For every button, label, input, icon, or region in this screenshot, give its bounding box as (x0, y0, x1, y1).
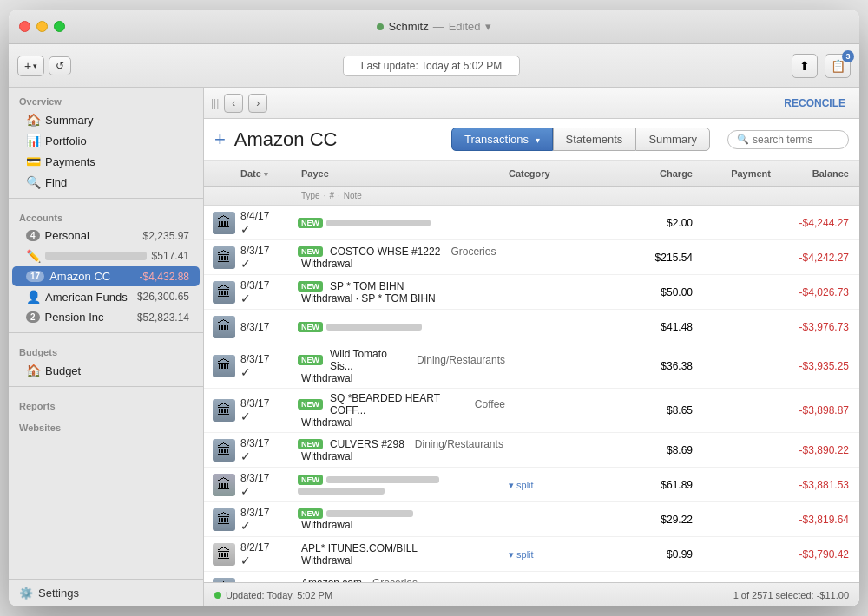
new-badge: NEW (298, 508, 323, 519)
sidebar-item-find[interactable]: 🔍 Find (12, 172, 200, 193)
sidebar-item-personal[interactable]: 4 Personal $2,235.97 (12, 226, 200, 246)
col-payee[interactable]: Payee (298, 168, 505, 179)
payee-cell: Amazon.com Groceries Withdrawal (298, 573, 505, 583)
settings-item[interactable]: ⚙️ Settings (9, 580, 203, 606)
bank-icon (213, 281, 235, 304)
sidebar-item-amazon-cc[interactable]: 17 Amazon CC -$4,432.88 (12, 266, 200, 286)
payee-cell: NEW COSTCO WHSE #1222 Groceries Withdraw… (298, 242, 505, 273)
refresh-icon: ↺ (56, 60, 64, 72)
category-cell[interactable]: split (505, 479, 618, 491)
row-icon (211, 543, 237, 566)
sidebar-item-pension-inc[interactable]: 2 Pension Inc $52,823.14 (12, 307, 200, 327)
info-button[interactable]: 📋 3 (825, 54, 851, 78)
new-badge: NEW (298, 399, 323, 410)
col-balance[interactable]: Balance (774, 168, 852, 179)
chevron-right-icon: › (256, 97, 260, 109)
split-link[interactable]: split (509, 480, 534, 490)
col-charge[interactable]: Charge (618, 168, 696, 179)
reports-label: Reports (9, 392, 203, 414)
table-row[interactable]: 8/3/17 ✓ NEW COSTCO WHSE #1222 Groceries… (204, 240, 859, 275)
charge-cell: $50.00 (618, 286, 696, 298)
new-badge: NEW (298, 322, 323, 332)
split-link[interactable]: split (509, 549, 534, 560)
add-button[interactable]: + ▾ (17, 56, 44, 76)
date-cell: 8/3/17 ✓ (237, 394, 298, 427)
portfolio-icon: 📊 (26, 134, 40, 147)
balance-cell: -$4,242.27 (774, 252, 852, 264)
payee-cell: NEW (298, 214, 505, 232)
table-row[interactable]: 8/3/17 ✓ NEW split (204, 468, 859, 502)
toolbar-center: Last update: Today at 5:02 PM (71, 56, 792, 76)
search-input[interactable] (753, 134, 839, 146)
info-icon: 📋 (831, 59, 845, 73)
balance-cell: -$3,898.87 (774, 404, 852, 416)
tab-summary[interactable]: Summary (635, 128, 710, 151)
main-toolbar: ||| ‹ › RECONCILE (204, 88, 859, 119)
table-row[interactable]: 8/2/17 Amazon.com Groceries Withdrawal $… (204, 572, 859, 582)
american-funds-icon: 👤 (26, 290, 40, 304)
table-row[interactable]: 8/3/17 NEW $41.48 -$3,976.73 (204, 310, 859, 344)
col-date[interactable]: Date ▾ (237, 168, 298, 179)
status-text: Updated: Today, 5:02 PM (226, 590, 332, 600)
nav-forward-button[interactable]: › (248, 94, 267, 113)
table-row[interactable]: 8/2/17 ✓ APL* ITUNES.COM/BILL Withdrawal… (204, 537, 859, 572)
charge-cell: $2.00 (618, 217, 696, 229)
sidebar-item-american-funds[interactable]: 👤 American Funds $26,300.65 (12, 286, 200, 307)
charge-cell: $0.99 (618, 548, 696, 560)
budget-icon: 🏠 (26, 364, 40, 377)
app-window: Schmitz — Edited ▾ + ▾ ↺ Last update: To… (9, 10, 859, 606)
payee-blurred (326, 220, 431, 226)
new-badge: NEW (298, 355, 323, 365)
maximize-button[interactable] (54, 21, 65, 32)
personal-badge: 4 (26, 230, 40, 241)
search-icon: 🔍 (737, 134, 749, 145)
sort-icon: ▾ (264, 170, 268, 179)
table-row[interactable]: 8/3/17 ✓ NEW SQ *BEARDED HEART COFF... C… (204, 389, 859, 433)
row-icon (211, 355, 237, 377)
budgets-section-label: Budgets (9, 338, 203, 360)
charge-cell: $215.54 (618, 252, 696, 264)
traffic-lights (19, 21, 65, 32)
minimize-button[interactable] (36, 21, 48, 32)
category-cell[interactable]: split (505, 548, 618, 560)
nav-back-button[interactable]: ‹ (224, 94, 243, 113)
sidebar-item-summary[interactable]: 🏠 Summary (12, 109, 200, 130)
date-cell: 8/3/17 ✓ (237, 350, 298, 383)
settings-icon: ⚙️ (19, 587, 33, 600)
sub-header: Type · # · Note (204, 187, 859, 206)
charge-cell: $8.65 (618, 404, 696, 416)
sidebar-item-payments[interactable]: 💳 Payments (12, 151, 200, 172)
tab-chevron: ▾ (536, 135, 540, 145)
col-payment[interactable]: Payment (696, 168, 774, 179)
panel-divider-icon: ||| (211, 97, 219, 109)
table-row[interactable]: 8/3/17 ✓ NEW SP * TOM BIHN Withdrawal · … (204, 275, 859, 310)
table-row[interactable]: 8/3/17 ✓ NEW CULVERS #298 Dining/Restaur… (204, 433, 859, 468)
sidebar-item-portfolio[interactable]: 📊 Portfolio (12, 130, 200, 151)
tab-transactions[interactable]: Transactions ▾ (451, 128, 553, 151)
reconcile-button[interactable]: RECONCILE (777, 95, 852, 111)
tab-statements[interactable]: Statements (553, 128, 636, 151)
table-row[interactable]: 8/3/17 ✓ NEW Withdrawal $29.22 (204, 502, 859, 537)
col-category[interactable]: Category (505, 168, 618, 179)
export-icon: ⬆ (799, 59, 810, 73)
date-cell: 8/4/17 ✓ (237, 206, 298, 239)
payee-blurred (326, 510, 413, 517)
account-add-button[interactable]: + (214, 130, 226, 149)
payee-cell: APL* ITUNES.COM/BILL Withdrawal (298, 539, 505, 570)
transactions-list[interactable]: 8/4/17 ✓ NEW $2.00 -$4,244.27 (204, 206, 859, 582)
bank-icon (213, 355, 235, 377)
refresh-button[interactable]: ↺ (49, 56, 71, 75)
websites-label: Websites (9, 414, 203, 436)
payee-blurred (326, 476, 439, 483)
date-cell: 8/3/17 ✓ (237, 241, 298, 274)
export-button[interactable]: ⬆ (792, 54, 818, 78)
close-button[interactable] (19, 21, 30, 32)
sidebar-item-budget[interactable]: 🏠 Budget (12, 360, 200, 381)
table-row[interactable]: 8/4/17 ✓ NEW $2.00 -$4,244.27 (204, 206, 859, 240)
sidebar-item-account2[interactable]: ✏️ $517.41 (12, 246, 200, 266)
plus-icon: + (24, 59, 31, 73)
table-row[interactable]: 8/3/17 ✓ NEW Wild Tomato Sis... Dining/R… (204, 344, 859, 389)
balance-cell: -$3,890.22 (774, 444, 852, 456)
table-header: Date ▾ Payee Category Charge Payment Bal… (204, 161, 859, 187)
search-box[interactable]: 🔍 (727, 130, 849, 149)
